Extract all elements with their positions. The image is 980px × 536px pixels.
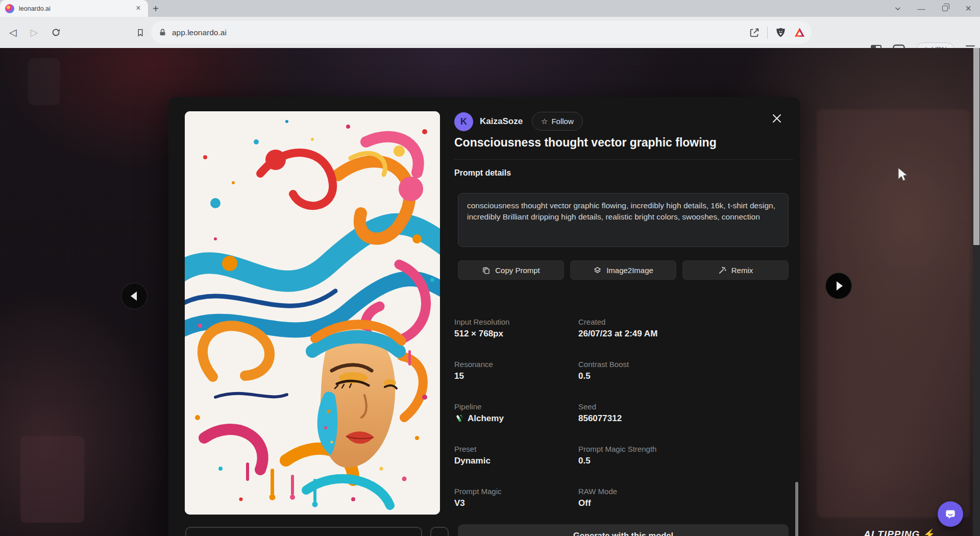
background-blur-card: [28, 58, 60, 105]
image2image-label: Image2Image: [606, 266, 653, 275]
arrow-left-icon: [131, 291, 137, 301]
divider: [454, 159, 793, 160]
background-blur-card: [20, 436, 84, 523]
image-detail-modal: K KaizaSoze ☆ Follow Consciousness thoug…: [168, 97, 800, 536]
meta-prompt-magic: Prompt Magic V3: [454, 487, 578, 529]
cut-off-banner-text: AI TIPPING ⚡: [864, 528, 936, 536]
page-scrollbar-thumb[interactable]: [973, 48, 979, 245]
wand-icon: [718, 266, 727, 275]
comment-input-partial[interactable]: [185, 527, 422, 536]
background-blur-card: [817, 109, 970, 518]
bolt-emoji: ⚡: [923, 529, 936, 536]
close-icon: [772, 113, 782, 124]
bookmark-icon[interactable]: [132, 24, 149, 41]
forward-button[interactable]: ▷: [26, 24, 43, 41]
browser-tab[interactable]: leonardo.ai ×: [0, 0, 148, 17]
tab-bar: leonardo.ai × + — ×: [0, 0, 980, 17]
page-scrollbar[interactable]: [973, 48, 980, 536]
chat-bubble-icon: [944, 507, 957, 521]
copy-prompt-label: Copy Prompt: [495, 266, 540, 275]
prompt-text-box[interactable]: consciousness thought vector graphic flo…: [458, 193, 789, 247]
image2image-button[interactable]: Image2Image: [570, 260, 676, 280]
toolbar-divider: [767, 27, 768, 39]
follow-label: Follow: [551, 117, 573, 126]
prompt-details-label: Prompt details: [454, 168, 511, 178]
leonardo-favicon-icon: [5, 4, 14, 13]
generated-artwork-image[interactable]: [185, 111, 440, 515]
arrow-right-icon: [837, 281, 843, 290]
meta-preset: Preset Dynamic: [454, 445, 578, 487]
meta-contrast-boost: Contrast Boost 0.5: [578, 360, 786, 402]
meta-pipeline: Pipeline Alchemy: [454, 402, 578, 445]
star-icon: ☆: [541, 117, 548, 126]
brave-rewards-bat-icon[interactable]: [794, 27, 805, 38]
back-button[interactable]: ◁: [4, 24, 21, 41]
lock-icon: [158, 28, 167, 37]
restore-icon: [942, 6, 948, 11]
mouse-cursor: [897, 167, 909, 185]
brave-shield-icon[interactable]: [775, 27, 787, 38]
tab-search-chevron-icon[interactable]: [886, 0, 910, 17]
copy-icon: [482, 266, 491, 275]
modal-close-button[interactable]: [770, 111, 784, 126]
minimize-button[interactable]: —: [910, 0, 933, 17]
layers-icon: [593, 266, 602, 275]
alchemy-flask-icon: [454, 414, 463, 423]
meta-seed: Seed 856077312: [578, 402, 786, 445]
restore-button[interactable]: [933, 0, 957, 17]
url-bar[interactable]: app.leonardo.ai: [151, 21, 812, 44]
tab-title: leonardo.ai: [19, 5, 134, 12]
urlbar-right-icons: [749, 21, 805, 44]
tab-close-icon[interactable]: ×: [134, 4, 143, 13]
url-text: app.leonardo.ai: [172, 28, 227, 37]
screen: leonardo.ai × + — × ◁ ▷ app.leonardo.ai: [0, 0, 980, 536]
close-window-button[interactable]: ×: [957, 0, 980, 17]
previous-image-button[interactable]: [121, 283, 148, 309]
window-controls: — ×: [886, 0, 980, 17]
follow-button[interactable]: ☆ Follow: [532, 112, 583, 131]
action-square-partial[interactable]: [430, 527, 449, 536]
page-content: K KaizaSoze ☆ Follow Consciousness thoug…: [0, 48, 980, 536]
image-title: Consciousness thought vector graphic flo…: [454, 136, 791, 150]
new-tab-button[interactable]: +: [149, 2, 162, 15]
meta-prompt-magic-strength: Prompt Magic Strength 0.5: [578, 445, 786, 487]
meta-input-resolution: Input Resolution 512 × 768px: [454, 318, 578, 360]
browser-toolbar: ◁ ▷ app.leonardo.ai VPN: [0, 17, 980, 48]
copy-prompt-button[interactable]: Copy Prompt: [458, 260, 564, 280]
metadata-grid: Input Resolution 512 × 768px Created 26/…: [454, 318, 791, 529]
author-name[interactable]: KaizaSoze: [480, 116, 523, 127]
avatar[interactable]: K: [454, 112, 473, 131]
share-icon[interactable]: [749, 27, 760, 38]
meta-raw-mode: RAW Mode Off: [578, 487, 786, 529]
generate-with-model-button[interactable]: Generate with this model: [458, 524, 789, 536]
remix-label: Remix: [731, 266, 753, 275]
meta-created: Created 26/07/23 at 2:49 AM: [578, 318, 786, 360]
action-buttons: Copy Prompt Image2Image Remix: [458, 260, 789, 280]
support-chat-button[interactable]: [938, 501, 963, 527]
reload-button[interactable]: [47, 24, 64, 41]
meta-resonance: Resonance 15: [454, 360, 578, 402]
modal-scrollbar[interactable]: [795, 482, 798, 536]
remix-button[interactable]: Remix: [682, 260, 789, 280]
next-image-button[interactable]: [825, 273, 852, 299]
